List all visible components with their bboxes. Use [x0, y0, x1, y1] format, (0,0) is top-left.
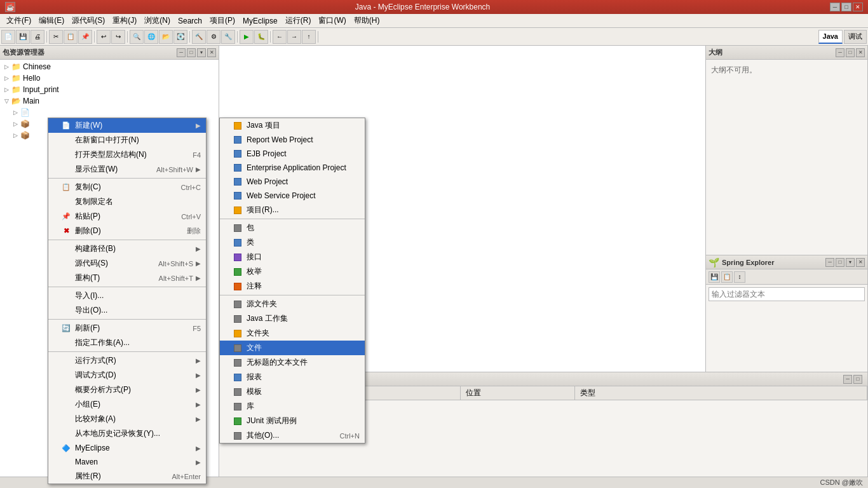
- submenu-other[interactable]: 其他(O)... Ctrl+N: [220, 428, 365, 443]
- toolbar-btn-2[interactable]: 💾: [16, 30, 30, 44]
- submenu-java-project[interactable]: Java 项目: [220, 118, 365, 133]
- submenu-srcfolder[interactable]: 源文件夹: [220, 297, 365, 311]
- ctx-copy[interactable]: 📋 复制(C) Ctrl+C: [48, 180, 206, 194]
- toolbar-up-btn[interactable]: ↑: [302, 30, 316, 44]
- menu-help[interactable]: 帮助(H): [350, 14, 384, 27]
- outline-minimize-btn[interactable]: ─: [836, 48, 844, 57]
- spring-menu-btn[interactable]: ▾: [846, 258, 855, 267]
- outline-close-btn[interactable]: ✕: [856, 48, 865, 57]
- ctx-export[interactable]: 导出(O)...: [48, 303, 206, 318]
- panel-close-btn[interactable]: ✕: [207, 48, 216, 57]
- spring-btn-2[interactable]: 📋: [721, 271, 733, 283]
- close-button[interactable]: ✕: [853, 3, 863, 11]
- spring-maximize-btn[interactable]: □: [836, 258, 844, 267]
- submenu-file[interactable]: 文件: [220, 341, 365, 355]
- menu-run[interactable]: 运行(R): [281, 14, 315, 27]
- ctx-new[interactable]: 📄 新建(W) ▶: [48, 118, 206, 133]
- outline-maximize-btn[interactable]: □: [846, 48, 855, 57]
- ctx-restore-history[interactable]: 从本地历史记录恢复(Y)...: [48, 426, 206, 441]
- ctx-delete[interactable]: ✖ 删除(D) 删除: [48, 224, 206, 238]
- submenu-library[interactable]: 库: [220, 399, 365, 414]
- toolbar-forward-btn[interactable]: →: [287, 30, 301, 44]
- toolbar-btn-11[interactable]: 📂: [159, 30, 173, 44]
- ctx-open-window[interactable]: 在新窗口中打开(N): [48, 133, 206, 147]
- submenu-folder[interactable]: 文件夹: [220, 326, 365, 341]
- submenu-untitled[interactable]: 无标题的文本文件: [220, 355, 365, 370]
- submenu-ejb[interactable]: EJB Project: [220, 147, 365, 161]
- minimize-button[interactable]: ─: [830, 3, 840, 11]
- panel-maximize-btn[interactable]: □: [187, 48, 196, 57]
- toolbar-btn-14[interactable]: ⚙: [207, 30, 220, 44]
- ctx-build-path[interactable]: 构建路径(B) ▶: [48, 241, 206, 256]
- ctx-run-as[interactable]: 运行方式(R) ▶: [48, 353, 206, 368]
- ctx-import[interactable]: 导入(I)...: [48, 288, 206, 303]
- submenu-annotation[interactable]: 注释: [220, 279, 365, 294]
- menu-project[interactable]: 项目(P): [206, 14, 239, 27]
- toolbar-btn-5[interactable]: 📋: [64, 30, 78, 44]
- ctx-debug-as[interactable]: 调试方式(D) ▶: [48, 368, 206, 383]
- spring-minimize-btn[interactable]: ─: [825, 258, 834, 267]
- submenu-junit[interactable]: JUnit 测试用例: [220, 414, 365, 428]
- toolbar-back-btn[interactable]: ←: [273, 30, 287, 44]
- toolbar-new-btn[interactable]: 📄: [1, 30, 15, 44]
- spring-close-btn[interactable]: ✕: [856, 258, 865, 267]
- submenu-interface[interactable]: 接口: [220, 250, 365, 264]
- toolbar-debug-btn[interactable]: 🐛: [254, 30, 268, 44]
- ctx-paste[interactable]: 📌 粘贴(P) Ctrl+V: [48, 209, 206, 224]
- menu-file[interactable]: 文件(F): [3, 14, 35, 27]
- toolbar-btn-15[interactable]: 🔧: [221, 30, 235, 44]
- maximize-button[interactable]: □: [841, 3, 851, 11]
- ctx-compare[interactable]: 比较对象(A) ▶: [48, 412, 206, 426]
- panel-minimize-btn[interactable]: ─: [177, 48, 186, 57]
- panel-menu-btn[interactable]: ▾: [197, 48, 206, 57]
- submenu-enum[interactable]: 枚举: [220, 264, 365, 279]
- submenu-project[interactable]: 项目(R)...: [220, 203, 365, 217]
- toolbar-btn-10[interactable]: 🌐: [144, 30, 158, 44]
- menu-refactor[interactable]: 重构(J): [109, 14, 140, 27]
- ctx-assign-workset[interactable]: 指定工作集(A)...: [48, 336, 206, 350]
- bottom-minimize-btn[interactable]: ─: [843, 375, 852, 384]
- submenu-workset[interactable]: Java 工作集: [220, 311, 365, 326]
- ctx-copy-qualified[interactable]: 复制限定名: [48, 194, 206, 209]
- ctx-show-location[interactable]: 显示位置(W) Alt+Shift+W ▶: [48, 162, 206, 177]
- toolbar-run-btn[interactable]: ▶: [240, 30, 254, 44]
- submenu-template[interactable]: 模板: [220, 384, 365, 399]
- toolbar-btn-7[interactable]: ↩: [97, 30, 111, 44]
- spring-filter-input[interactable]: [709, 287, 865, 301]
- perspective-java-btn[interactable]: Java: [818, 30, 843, 44]
- menu-edit[interactable]: 编辑(E): [35, 14, 68, 27]
- toolbar-btn-12[interactable]: 💽: [173, 30, 187, 44]
- spring-btn-3[interactable]: ↕: [734, 271, 745, 283]
- menu-window[interactable]: 窗口(W): [315, 14, 349, 27]
- menu-myeclipse[interactable]: MyEclipse: [239, 15, 281, 27]
- ctx-profile-as[interactable]: 概要分析方式(P) ▶: [48, 383, 206, 397]
- ctx-refactor[interactable]: 重构(T) Alt+Shift+T ▶: [48, 271, 206, 285]
- tree-item-input-print[interactable]: ▷ 📁 Input_print: [1, 84, 217, 95]
- toolbar-btn-8[interactable]: ↪: [111, 30, 125, 44]
- ctx-maven[interactable]: Maven ▶: [48, 455, 206, 469]
- toolbar-btn-3[interactable]: 🖨: [31, 30, 44, 44]
- submenu-enterprise[interactable]: Enterprise Application Project: [220, 161, 365, 175]
- ctx-myeclipse[interactable]: 🔷 MyEclipse ▶: [48, 441, 206, 455]
- ctx-properties[interactable]: 属性(R) Alt+Enter: [48, 469, 206, 484]
- submenu-report[interactable]: 报表: [220, 370, 365, 384]
- tree-item-main-sub1[interactable]: ▷ 📄: [1, 107, 217, 118]
- submenu-web-project[interactable]: Web Project: [220, 175, 365, 189]
- menu-navigate[interactable]: 浏览(N): [140, 14, 174, 27]
- submenu-package[interactable]: 包: [220, 220, 365, 235]
- tree-item-chinese[interactable]: ▷ 📁 Chinese: [1, 61, 217, 72]
- toolbar-btn-13[interactable]: 🔨: [192, 30, 206, 44]
- tree-item-main[interactable]: ▽ 📂 Main: [1, 95, 217, 107]
- ctx-team[interactable]: 小组(E) ▶: [48, 397, 206, 412]
- tree-item-hello[interactable]: ▷ 📁 Hello: [1, 72, 217, 84]
- submenu-webservice[interactable]: Web Service Project: [220, 189, 365, 203]
- toolbar-btn-9[interactable]: 🔍: [130, 30, 144, 44]
- perspective-debug-btn[interactable]: 调试: [844, 30, 867, 44]
- menu-search[interactable]: Search: [174, 15, 206, 27]
- ctx-refresh[interactable]: 🔄 刷新(F) F5: [48, 321, 206, 336]
- submenu-class[interactable]: 类: [220, 235, 365, 250]
- menu-source[interactable]: 源代码(S): [68, 14, 109, 27]
- ctx-source[interactable]: 源代码(S) Alt+Shift+S ▶: [48, 256, 206, 271]
- toolbar-btn-4[interactable]: ✂: [49, 30, 63, 44]
- bottom-maximize-btn[interactable]: □: [853, 375, 862, 384]
